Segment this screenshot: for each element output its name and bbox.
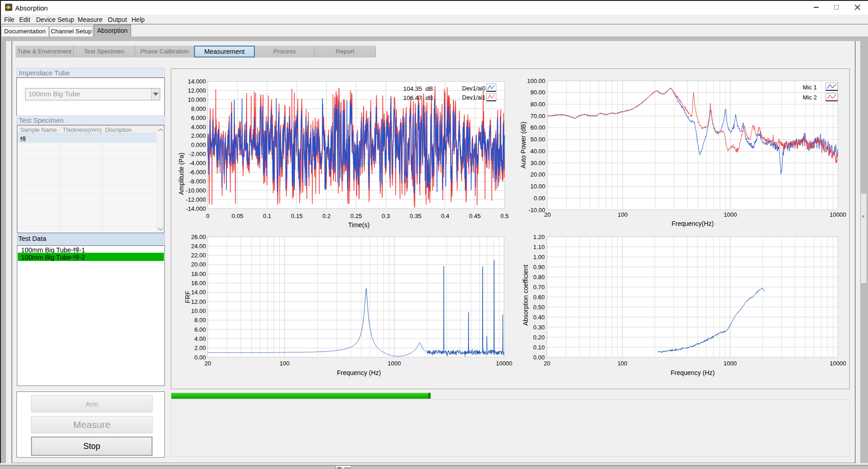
svg-text:Frequency(Hz): Frequency(Hz) <box>672 220 714 227</box>
svg-text:0.05: 0.05 <box>231 213 243 219</box>
svg-text:-8.000: -8.000 <box>189 178 206 185</box>
svg-text:Absorption coefficient: Absorption coefficient <box>522 265 529 326</box>
svg-text:60.00: 60.00 <box>530 124 545 131</box>
svg-text:0.3: 0.3 <box>382 213 390 219</box>
svg-text:20.00: 20.00 <box>530 171 545 178</box>
svg-text:14.000: 14.000 <box>188 78 206 85</box>
svg-text:-10.000: -10.000 <box>186 187 206 194</box>
svg-text:0: 0 <box>206 213 209 219</box>
svg-text:20: 20 <box>205 360 211 367</box>
svg-text:0.90: 0.90 <box>533 264 545 271</box>
svg-text:0.50: 0.50 <box>533 304 545 311</box>
svg-text:0.4: 0.4 <box>441 213 449 219</box>
svg-text:30.00: 30.00 <box>530 160 545 167</box>
svg-text:2.000: 2.000 <box>191 132 206 139</box>
svg-text:26.00: 26.00 <box>191 234 206 240</box>
svg-text:0.20: 0.20 <box>533 334 545 341</box>
svg-text:10.00: 10.00 <box>191 307 206 314</box>
svg-text:70.00: 70.00 <box>530 113 545 120</box>
svg-text:1000: 1000 <box>388 360 401 367</box>
svg-text:16.00: 16.00 <box>191 280 206 287</box>
svg-text:20: 20 <box>544 211 551 218</box>
svg-text:40.00: 40.00 <box>530 148 545 155</box>
svg-text:0.45: 0.45 <box>469 213 480 219</box>
svg-text:10000: 10000 <box>496 360 512 367</box>
svg-text:0.2: 0.2 <box>322 213 331 219</box>
svg-text:0.30: 0.30 <box>533 324 545 331</box>
svg-text:50.00: 50.00 <box>530 136 545 143</box>
svg-text:6.000: 6.000 <box>191 115 206 121</box>
svg-text:0.40: 0.40 <box>533 314 545 321</box>
svg-text:-4.000: -4.000 <box>189 160 206 167</box>
svg-text:20.00: 20.00 <box>191 261 206 268</box>
svg-text:4.00: 4.00 <box>195 335 206 342</box>
svg-text:0.60: 0.60 <box>533 294 545 301</box>
svg-text:10.000: 10.000 <box>188 96 206 103</box>
svg-text:-10.00: -10.00 <box>528 207 545 214</box>
svg-text:0.00: 0.00 <box>534 195 545 202</box>
svg-text:Frequency (Hz): Frequency (Hz) <box>337 369 381 376</box>
svg-text:8.000: 8.000 <box>191 105 206 112</box>
svg-text:-12.000: -12.000 <box>186 196 206 203</box>
svg-text:20: 20 <box>544 360 550 367</box>
svg-text:1.20: 1.20 <box>533 234 545 240</box>
svg-text:100.00: 100.00 <box>527 78 545 84</box>
svg-text:Time(s): Time(s) <box>348 221 370 229</box>
svg-text:0.70: 0.70 <box>533 284 545 291</box>
svg-text:18.00: 18.00 <box>191 271 206 277</box>
svg-text:0.80: 0.80 <box>533 274 545 281</box>
svg-text:0.25: 0.25 <box>350 213 362 219</box>
svg-text:0.35: 0.35 <box>410 213 421 219</box>
svg-text:1000: 1000 <box>724 360 737 367</box>
svg-text:-2.000: -2.000 <box>189 151 206 157</box>
svg-text:2.00: 2.00 <box>195 344 206 351</box>
svg-text:22.00: 22.00 <box>191 252 206 259</box>
svg-text:0.15: 0.15 <box>291 213 302 219</box>
svg-text:10000: 10000 <box>830 211 846 218</box>
svg-text:6.00: 6.00 <box>195 326 206 333</box>
svg-text:Amplitude (Pa): Amplitude (Pa) <box>178 153 185 195</box>
svg-text:12.000: 12.000 <box>188 87 206 94</box>
svg-text:12.00: 12.00 <box>191 298 206 305</box>
svg-text:1000: 1000 <box>724 211 737 218</box>
svg-text:100: 100 <box>618 211 628 218</box>
svg-text:80.00: 80.00 <box>530 101 545 108</box>
svg-text:24.00: 24.00 <box>191 243 206 250</box>
svg-text:8.00: 8.00 <box>195 317 206 323</box>
svg-text:0.1: 0.1 <box>263 213 271 219</box>
svg-text:1.00: 1.00 <box>533 254 545 261</box>
svg-text:100: 100 <box>279 360 289 367</box>
svg-text:0.10: 0.10 <box>533 344 545 351</box>
svg-text:FRF: FRF <box>184 291 191 303</box>
svg-text:90.00: 90.00 <box>530 89 545 96</box>
svg-text:14.00: 14.00 <box>191 289 206 296</box>
svg-text:-6.000: -6.000 <box>189 169 206 176</box>
svg-text:0.00: 0.00 <box>533 354 545 361</box>
svg-text:1.10: 1.10 <box>533 244 545 250</box>
svg-text:10000: 10000 <box>830 360 846 367</box>
svg-text:Auto Power (dB): Auto Power (dB) <box>520 122 527 169</box>
svg-text:Frequency (Hz): Frequency (Hz) <box>671 369 715 376</box>
svg-text:4.000: 4.000 <box>191 124 206 130</box>
svg-text:100: 100 <box>617 360 627 367</box>
svg-text:-14.000: -14.000 <box>186 205 206 212</box>
svg-text:0.5: 0.5 <box>500 213 509 219</box>
svg-text:10.00: 10.00 <box>530 183 545 190</box>
svg-text:0.000: 0.000 <box>191 141 206 148</box>
